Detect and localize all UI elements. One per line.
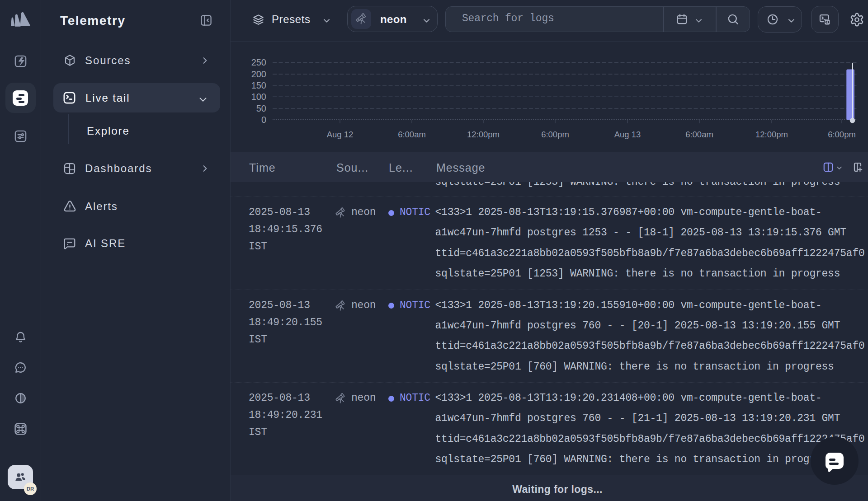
- svg-text:6:00pm: 6:00pm: [828, 130, 856, 139]
- svg-text:Aug 13: Aug 13: [614, 130, 641, 139]
- svg-text:Aug 12: Aug 12: [327, 130, 354, 139]
- svg-text:6:00pm: 6:00pm: [541, 130, 569, 139]
- svg-text:0: 0: [261, 115, 266, 125]
- svg-text:200: 200: [251, 69, 266, 79]
- svg-text:250: 250: [251, 57, 266, 67]
- svg-text:100: 100: [251, 92, 266, 102]
- svg-text:150: 150: [251, 80, 266, 90]
- svg-text:12:00pm: 12:00pm: [755, 130, 788, 139]
- svg-text:12:00pm: 12:00pm: [467, 130, 500, 139]
- svg-text:6:00am: 6:00am: [398, 130, 426, 139]
- svg-text:50: 50: [256, 103, 266, 113]
- svg-text:6:00am: 6:00am: [685, 130, 713, 139]
